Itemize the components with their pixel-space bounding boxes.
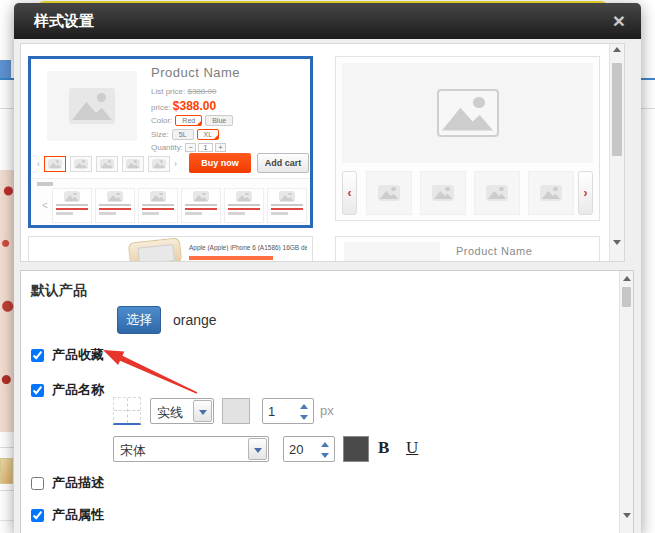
template-scrollbar[interactable]: [609, 44, 624, 261]
scrollbar-thumb[interactable]: [612, 63, 622, 156]
border-color-swatch[interactable]: [222, 398, 250, 424]
stepper-up-icon[interactable]: [319, 439, 331, 449]
preview-main-image: [47, 71, 137, 141]
border-style-value: 实线: [157, 404, 183, 422]
preview-list-price: List price: $388.00: [151, 87, 216, 96]
size-option-1: 5L: [172, 129, 194, 140]
related-next-icon: >: [311, 200, 313, 211]
thumb-prev-icon: ‹: [37, 159, 40, 169]
checkbox-row-description[interactable]: 产品描述: [31, 474, 104, 492]
image-placeholder-icon: [69, 88, 115, 124]
template-option-3[interactable]: Apple (Apple) iPhone 6 (A1586) 16GB deep: [28, 236, 313, 262]
mini-product-card: [224, 188, 264, 223]
product-name-label: 产品名称: [52, 381, 104, 399]
scroll-up-icon[interactable]: [620, 273, 633, 285]
preview-carousel: ‹ ›: [336, 171, 599, 215]
stepper-down-icon[interactable]: [319, 450, 331, 460]
preview-size-row: Size:5LXL: [151, 129, 219, 140]
favorite-checkbox[interactable]: [31, 349, 44, 362]
font-color-swatch[interactable]: [343, 436, 369, 462]
selected-product-value: orange: [173, 312, 217, 328]
preview-quantity-row: Quantity:−1+: [151, 143, 226, 152]
carousel-thumbnail: [528, 171, 574, 215]
thumbnail: [96, 156, 118, 172]
default-product-label: 默认产品: [31, 282, 87, 300]
select-product-button[interactable]: 选择: [117, 306, 161, 334]
border-width-stepper[interactable]: [262, 398, 314, 424]
carousel-thumbnail: [474, 171, 520, 215]
background-page-image: [0, 170, 14, 432]
close-icon[interactable]: ×: [613, 7, 625, 35]
checkbox-row-attributes[interactable]: 产品属性: [31, 506, 104, 524]
mini-product-card: [95, 188, 135, 223]
description-checkbox[interactable]: [31, 477, 44, 490]
style-settings-dialog: 样式设置 × Product Name List price: $388.00 …: [14, 3, 641, 533]
mini-product-card: [138, 188, 178, 223]
mini-product-card: [267, 188, 307, 223]
qty-minus: −: [185, 143, 196, 152]
carousel-prev-icon: ‹: [342, 171, 357, 215]
scroll-down-icon[interactable]: [610, 236, 624, 248]
description-label: 产品描述: [52, 474, 104, 492]
product-name-checkbox[interactable]: [31, 384, 44, 397]
font-family-select[interactable]: 宋体: [113, 436, 269, 462]
scroll-up-icon[interactable]: [610, 44, 624, 56]
preview-product-name: Product Name: [151, 65, 240, 80]
chevron-down-icon[interactable]: [248, 438, 267, 460]
background-divider: [0, 520, 14, 521]
background-divider: [0, 447, 14, 448]
related-products-strip: < >: [31, 178, 310, 225]
thumb-next-icon: ›: [174, 159, 177, 169]
settings-panel: 默认产品 选择 orange 产品收藏 产品名称 实线 px 宋体: [20, 270, 634, 533]
thumbnail: [44, 156, 66, 172]
preview-main-image: [342, 63, 593, 163]
border-style-select[interactable]: 实线: [150, 398, 214, 424]
font-size-stepper[interactable]: [283, 436, 335, 462]
preview-product-title: Apple (Apple) iPhone 6 (A1586) 16GB deep: [189, 244, 307, 251]
preview-main-image: [344, 242, 440, 262]
thumbnail: [122, 156, 144, 172]
checkbox-row-name[interactable]: 产品名称: [31, 381, 104, 399]
settings-scrollbar[interactable]: [619, 271, 633, 533]
mini-product-card: [181, 188, 221, 223]
template-list-panel: Product Name List price: $388.00 price: …: [20, 43, 625, 262]
stepper-up-icon[interactable]: [298, 401, 310, 411]
attributes-label: 产品属性: [52, 506, 104, 524]
border-width-input[interactable]: [268, 402, 294, 420]
font-family-value: 宋体: [120, 442, 146, 460]
carousel-next-icon: ›: [578, 171, 593, 215]
preview-price-bar: [189, 256, 273, 260]
template-option-2[interactable]: ‹ ›: [335, 56, 600, 221]
preview-product-name: Product Name: [456, 245, 532, 257]
template-option-4[interactable]: Product Name List price: $388.00: [335, 236, 600, 262]
background-divider: [0, 490, 14, 491]
chevron-down-icon[interactable]: [193, 400, 212, 422]
carousel-thumbnail: [420, 171, 466, 215]
related-label-bar: [37, 182, 53, 186]
scrollbar-thumb[interactable]: [622, 287, 631, 307]
mini-product-card: [52, 188, 92, 223]
attributes-checkbox[interactable]: [31, 509, 44, 522]
related-prev-icon: <: [42, 200, 48, 211]
template-option-1-selected[interactable]: Product Name List price: $388.00 price: …: [28, 56, 313, 228]
underline-button[interactable]: U: [406, 438, 418, 458]
scroll-down-icon[interactable]: [620, 509, 633, 521]
checkbox-row-favorite[interactable]: 产品收藏: [31, 346, 104, 364]
preview-list-price: List price: $388.00: [456, 261, 521, 262]
thumbnail: [70, 156, 92, 172]
qty-value: 1: [198, 143, 213, 152]
border-position-picker[interactable]: [113, 397, 141, 425]
carousel-thumbnail: [366, 171, 412, 215]
image-placeholder-icon: [437, 89, 499, 137]
font-size-input[interactable]: [289, 440, 315, 458]
thumbnail: [148, 156, 170, 172]
preview-price: price: $388.00: [151, 99, 216, 113]
color-option-blue: Blue: [205, 115, 233, 126]
bold-button[interactable]: B: [378, 438, 389, 458]
favorite-label: 产品收藏: [52, 346, 104, 364]
add-cart-button-preview: Add cart: [257, 153, 309, 173]
color-option-red: Red: [175, 115, 202, 126]
qty-plus: +: [215, 143, 226, 152]
stepper-down-icon[interactable]: [298, 412, 310, 422]
iphone-product-image: [128, 237, 182, 262]
